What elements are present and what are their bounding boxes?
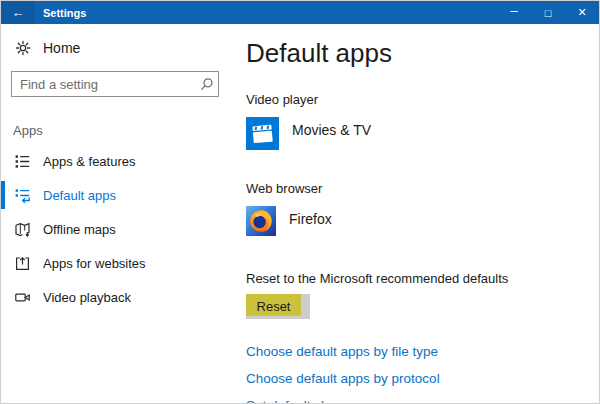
sidebar-item-video-playback[interactable]: Video playback (1, 280, 231, 314)
selected-indicator (1, 283, 5, 311)
close-button[interactable]: ✕ (565, 1, 599, 24)
sidebar-item-label: Apps & features (43, 154, 136, 169)
search-icon[interactable] (196, 77, 218, 91)
firefox-icon[interactable] (246, 206, 276, 240)
reset-caption: Reset to the Microsoft recommended defau… (246, 271, 589, 286)
page-title: Default apps (246, 38, 589, 69)
reset-button[interactable]: Reset (246, 294, 310, 319)
reset-button-label: Reset (246, 299, 310, 314)
sidebar-item-label: Offline maps (43, 222, 116, 237)
sidebar-section-label: Apps (13, 123, 231, 138)
video-player-app-name: Movies & TV (292, 122, 371, 138)
sidebar-item-home[interactable]: Home (1, 36, 231, 60)
video-playback-icon (14, 289, 31, 306)
selected-indicator (1, 181, 5, 209)
gear-icon (14, 40, 31, 57)
web-browser-app-row[interactable]: Firefox (246, 206, 589, 240)
offline-maps-icon (14, 221, 31, 238)
window-title: Settings (43, 7, 497, 19)
web-browser-label: Web browser (246, 181, 589, 196)
sidebar-item-label: Apps for websites (43, 256, 146, 271)
sidebar-item-label: Video playback (43, 290, 131, 305)
home-label: Home (43, 40, 80, 56)
default-apps-icon (14, 187, 31, 204)
apps-websites-icon (14, 255, 31, 272)
back-button[interactable]: ← (1, 1, 35, 24)
titlebar: ← Settings – □ ✕ (1, 1, 599, 24)
apps-features-icon (14, 153, 31, 170)
sidebar-item-label: Default apps (43, 188, 116, 203)
web-browser-app-name: Firefox (289, 211, 332, 227)
sidebar-item-default-apps[interactable]: Default apps (1, 178, 231, 212)
settings-window: ← Settings – □ ✕ Home (0, 0, 600, 404)
links-group: Choose default apps by file type Choose … (246, 344, 589, 404)
link-set-defaults-by-app[interactable]: Set defaults by app (246, 398, 589, 404)
main-pane: Default apps Video player (231, 24, 599, 404)
sidebar-item-offline-maps[interactable]: Offline maps (1, 212, 231, 246)
search-input[interactable] (12, 77, 196, 92)
sidebar-item-apps-for-websites[interactable]: Apps for websites (1, 246, 231, 280)
minimize-button[interactable]: – (497, 1, 531, 24)
video-player-label: Video player (246, 92, 589, 107)
video-player-app-row[interactable]: Movies & TV (246, 117, 589, 154)
selected-indicator (1, 147, 5, 175)
movies-tv-icon[interactable] (246, 117, 279, 154)
maximize-button[interactable]: □ (531, 1, 565, 24)
search-box (11, 71, 219, 97)
link-default-apps-by-protocol[interactable]: Choose default apps by protocol (246, 371, 589, 386)
sidebar-item-apps-features[interactable]: Apps & features (1, 144, 231, 178)
selected-indicator (1, 215, 5, 243)
window-controls: – □ ✕ (497, 1, 599, 24)
sidebar: Home Apps (1, 24, 231, 404)
selected-indicator (1, 249, 5, 277)
link-default-apps-by-file-type[interactable]: Choose default apps by file type (246, 344, 589, 359)
